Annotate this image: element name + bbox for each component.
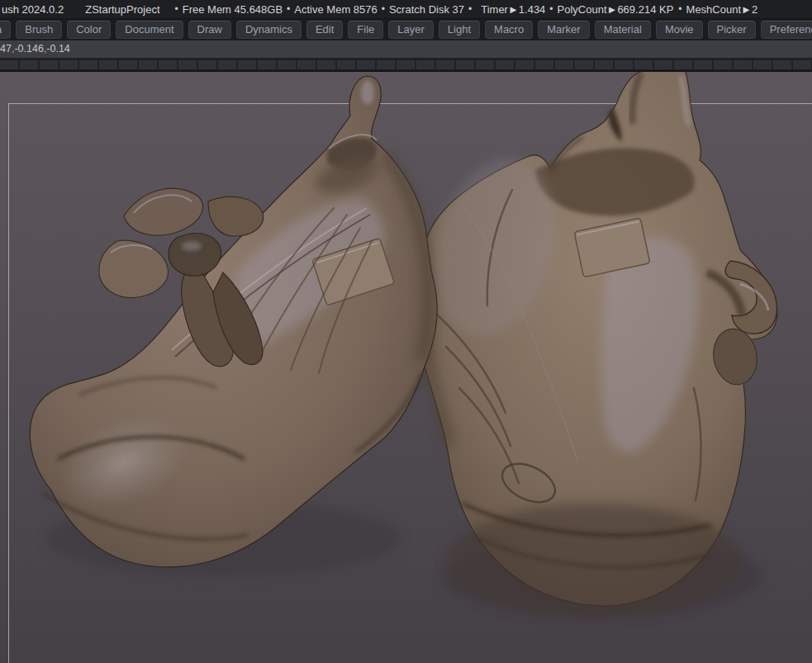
bullet-separator: •: [382, 3, 385, 15]
viewport-canvas[interactable]: [0, 72, 812, 663]
menu-bar: a Brush Color Document Draw Dynamics Edi…: [0, 19, 812, 40]
right-shoe: [416, 72, 777, 619]
bullet-separator: •: [175, 3, 178, 15]
project-name: ZStartupProject: [85, 3, 159, 16]
menu-dynamics[interactable]: Dynamics: [236, 21, 302, 39]
stat-polycount: PolyCount►669.214 KP: [558, 3, 674, 16]
menu-brush[interactable]: Brush: [16, 21, 62, 39]
menu-movie[interactable]: Movie: [656, 21, 703, 39]
stat-active-mem: Active Mem 8576: [294, 3, 377, 16]
menu-color[interactable]: Color: [67, 21, 111, 39]
shelf-tray: [0, 57, 812, 72]
menu-edit[interactable]: Edit: [306, 21, 343, 39]
menu-preferences[interactable]: Preferences: [761, 21, 812, 39]
app-version-label: ush 2024.0.2: [2, 3, 64, 16]
bullet-separator: •: [549, 3, 553, 15]
coordinate-x: 47: [0, 43, 12, 54]
stat-free-mem: Free Mem 45.648GB: [183, 3, 283, 16]
bullet-separator: •: [287, 3, 290, 15]
stat-scratch-disk: Scratch Disk 37: [389, 3, 464, 16]
shelf-slots: [0, 60, 812, 69]
stat-meshcount: MeshCount►2: [686, 3, 758, 16]
bullet-separator: •: [468, 3, 472, 15]
menu-file[interactable]: File: [348, 21, 383, 39]
menu-layer[interactable]: Layer: [388, 21, 434, 39]
stat-timer: Timer►1.434: [481, 3, 545, 16]
zbrush-window: { "titlebar": { "app_version": "ush 2024…: [0, 0, 812, 663]
menu-picker[interactable]: Picker: [708, 21, 756, 39]
coordinate-z: -0.14: [46, 43, 70, 54]
menu-document[interactable]: Document: [116, 21, 183, 39]
menu-marker[interactable]: Marker: [538, 21, 589, 39]
coordinate-bar: 47,-0.146,-0.14: [0, 40, 812, 57]
menu-alpha-partial[interactable]: a: [0, 21, 11, 39]
left-shoe: [7, 76, 437, 567]
bullet-separator: •: [678, 3, 681, 15]
sculpted-sneakers: [0, 72, 812, 663]
menu-macro[interactable]: Macro: [485, 21, 533, 39]
title-bar: ush 2024.0.2 ZStartupProject • Free Mem …: [0, 0, 812, 19]
coordinate-y: -0.146: [14, 43, 43, 54]
menu-light[interactable]: Light: [439, 21, 480, 39]
menu-material[interactable]: Material: [595, 21, 651, 39]
menu-draw[interactable]: Draw: [188, 21, 231, 39]
